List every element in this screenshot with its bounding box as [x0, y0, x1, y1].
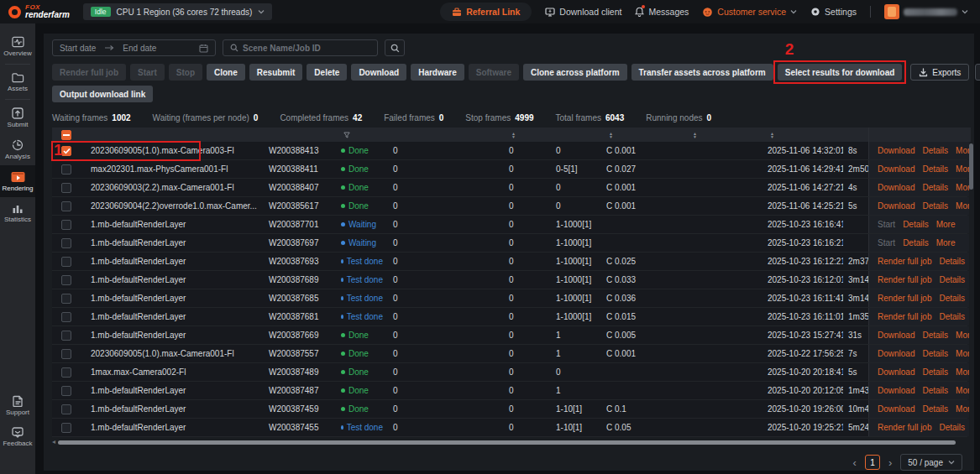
messages-button[interactable]: Messages [635, 7, 689, 17]
render-full-job-button[interactable]: Render full job [52, 64, 126, 81]
row-checkbox[interactable] [61, 257, 71, 267]
row-checkbox[interactable] [61, 275, 71, 285]
op-download-link[interactable]: Download [878, 367, 914, 377]
clone-across-platform-button[interactable]: Clone across platform [523, 64, 627, 81]
row-checkbox[interactable] [61, 183, 71, 193]
search-input[interactable]: Scene Name/Job ID [223, 39, 378, 56]
settings-button[interactable]: Settings [810, 7, 857, 17]
page-size-select[interactable]: 50 / page [900, 454, 962, 471]
select-results-for-download-button[interactable]: Select results for download2 [778, 64, 903, 81]
row-checkbox[interactable] [61, 164, 71, 174]
op-details-link[interactable]: Details [922, 146, 948, 155]
scroll-left-arrow[interactable]: ◂ [52, 440, 55, 445]
op-details-link[interactable]: Details [939, 275, 965, 284]
op-details-link[interactable]: Details [939, 423, 965, 432]
delete-button[interactable]: Delete [307, 64, 347, 81]
transfer-assets-across-platform-button[interactable]: Transfer assets across platform [631, 64, 773, 81]
recycle-bin-button[interactable]: Recycle bin [975, 64, 980, 81]
user-menu[interactable] [884, 4, 968, 19]
op-download-link[interactable]: Download [878, 146, 914, 155]
resubmit-button[interactable]: Resubmit [249, 64, 303, 81]
op-start-link[interactable]: Start [878, 238, 895, 247]
stop-button[interactable]: Stop [169, 64, 202, 81]
region-selector[interactable]: Idle CPU 1 Region (36 cores 72 threads) [83, 3, 272, 20]
op-more-link[interactable]: More [936, 220, 956, 229]
op-details-link[interactable]: Details [939, 257, 965, 266]
op-details-link[interactable]: Details [922, 201, 948, 211]
op-render-full-job-link[interactable]: Render full job [878, 257, 931, 266]
sort-icon[interactable]: ▲▼ [511, 132, 516, 138]
col-header-rendering-expense[interactable]: ▲▼ [596, 132, 680, 138]
referral-link-button[interactable]: Referral Link [440, 3, 532, 21]
col-header-failed-frames[interactable]: ▲▼ [499, 132, 546, 138]
row-checkbox[interactable] [61, 386, 71, 396]
op-download-link[interactable]: Download [878, 349, 914, 358]
op-render-full-job-link[interactable]: Render full job [878, 275, 931, 284]
start-date-field[interactable]: Start date [60, 44, 96, 53]
op-details-link[interactable]: Details [922, 367, 948, 377]
output-download-link-button[interactable]: Output download link [52, 86, 153, 102]
horizontal-scrollbar[interactable]: ◂ [52, 440, 967, 445]
op-start-link[interactable]: Start [878, 220, 895, 229]
row-checkbox[interactable] [61, 238, 71, 248]
sidebar-item-overview[interactable]: Overview [0, 30, 35, 62]
row-checkbox[interactable] [61, 146, 71, 156]
date-range-picker[interactable]: Start date End date [52, 39, 216, 56]
horizontal-scrollbar-thumb[interactable] [58, 440, 956, 445]
select-all-checkbox[interactable] [61, 130, 71, 140]
col-header-submit-time[interactable]: ▲▼ [757, 132, 843, 138]
sidebar-item-rendering[interactable]: Rendering [0, 165, 35, 197]
sort-icon[interactable]: ▲▼ [693, 132, 697, 138]
row-checkbox[interactable] [61, 294, 71, 304]
op-download-link[interactable]: Download [878, 183, 914, 192]
op-render-full-job-link[interactable]: Render full job [878, 294, 931, 303]
op-download-link[interactable]: Download [878, 386, 914, 395]
op-download-link[interactable]: Download [878, 404, 914, 414]
sidebar-item-statistics[interactable]: Statistics [0, 197, 35, 228]
row-checkbox[interactable] [61, 349, 71, 359]
op-details-link[interactable]: Details [922, 164, 948, 174]
page-number[interactable]: 1 [865, 455, 880, 470]
prev-page-button[interactable]: ‹ [853, 457, 857, 468]
next-page-button[interactable]: › [888, 457, 892, 468]
op-more-link[interactable]: More [936, 238, 956, 247]
row-checkbox[interactable] [61, 220, 71, 230]
sidebar-item-analysis[interactable]: Analysis [0, 133, 35, 165]
op-details-link[interactable]: Details [922, 404, 948, 414]
op-details-link[interactable]: Details [922, 349, 948, 358]
col-header-status[interactable] [331, 132, 383, 138]
sidebar-item-assets[interactable]: Assets [0, 66, 35, 97]
hardware-button[interactable]: Hardware [411, 64, 464, 81]
sort-icon[interactable]: ▲▼ [609, 132, 613, 138]
op-download-link[interactable]: Download [878, 331, 914, 340]
row-checkbox[interactable] [61, 201, 71, 211]
row-checkbox[interactable] [61, 331, 71, 341]
op-details-link[interactable]: Details [922, 386, 948, 395]
op-details-link[interactable]: Details [922, 331, 948, 340]
search-button[interactable] [385, 39, 405, 56]
sidebar-item-support[interactable]: Support [0, 389, 35, 421]
filter-icon[interactable] [343, 132, 350, 138]
op-details-link[interactable]: Details [903, 238, 929, 247]
sidebar-item-submit[interactable]: Submit [0, 102, 35, 133]
sidebar-item-feedback[interactable]: Feedback [0, 421, 35, 452]
op-details-link[interactable]: Details [939, 294, 965, 303]
vertical-scrollbar[interactable] [969, 142, 973, 437]
row-checkbox[interactable] [61, 404, 71, 414]
start-button[interactable]: Start [130, 64, 165, 81]
op-download-link[interactable]: Download [878, 201, 914, 211]
row-checkbox[interactable] [61, 423, 71, 433]
vertical-scrollbar-thumb[interactable] [969, 143, 973, 190]
clone-button[interactable]: Clone [207, 64, 245, 81]
op-render-full-job-link[interactable]: Render full job [878, 312, 931, 321]
row-checkbox[interactable] [61, 367, 71, 378]
software-button[interactable]: Software [469, 64, 519, 81]
download-client-button[interactable]: Download client [545, 7, 621, 17]
op-details-link[interactable]: Details [939, 312, 965, 321]
end-date-field[interactable]: End date [123, 44, 156, 53]
sort-icon[interactable]: ▲▼ [770, 132, 774, 138]
download-button[interactable]: Download [351, 64, 406, 81]
exports-button[interactable]: Exports [910, 64, 969, 81]
customer-service-button[interactable]: Customer service [702, 7, 797, 18]
op-render-full-job-link[interactable]: Render full job [878, 423, 931, 432]
